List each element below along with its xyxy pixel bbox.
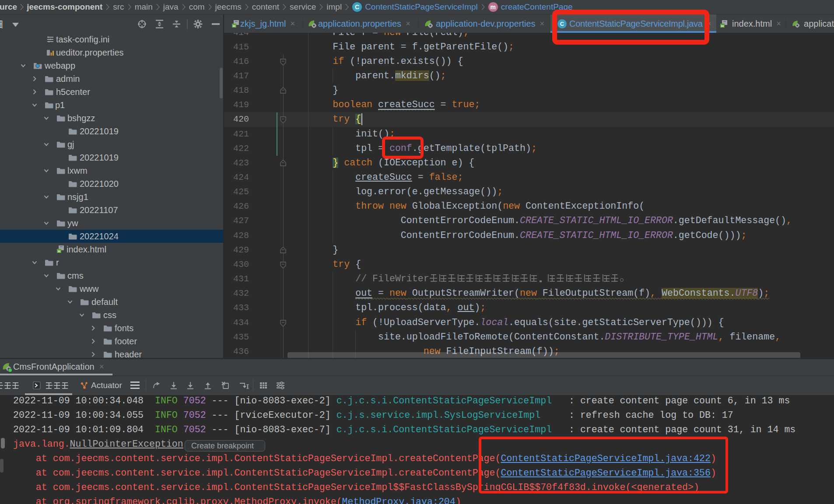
- svg-text:H: H: [721, 24, 724, 28]
- svg-text:H: H: [233, 24, 235, 28]
